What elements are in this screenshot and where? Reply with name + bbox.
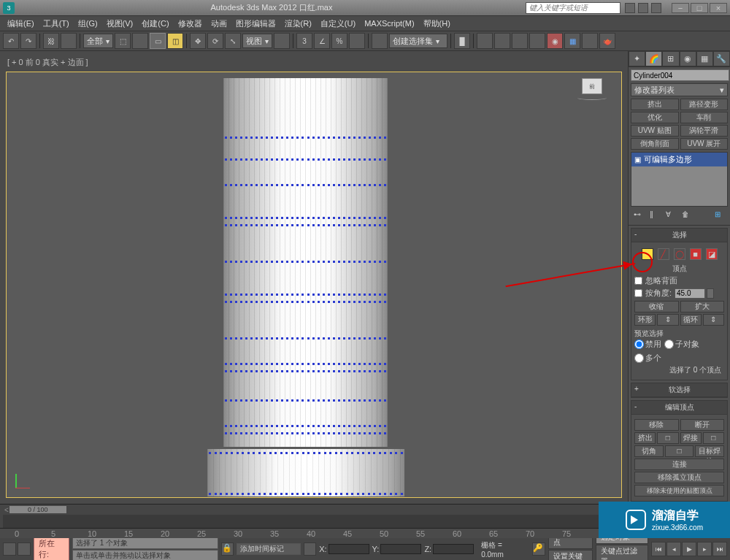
render-frame-icon[interactable] <box>582 33 598 49</box>
key-filter[interactable]: 关键点过滤器 <box>596 545 648 561</box>
add-time-tag[interactable]: 添加时间标记 <box>237 543 300 555</box>
x-input[interactable] <box>328 544 369 554</box>
favorite-icon[interactable] <box>651 3 661 13</box>
extrude-button[interactable]: 挤出 <box>634 432 656 444</box>
menu-tools[interactable]: 工具(T) <box>40 17 72 31</box>
ring-button[interactable]: 环形 <box>634 314 656 326</box>
remove-iso-button[interactable]: 移除孤立顶点 <box>634 472 724 483</box>
spinner-snap-icon[interactable] <box>349 33 365 49</box>
stack-editable-poly[interactable]: ▣ 可编辑多边形 <box>631 153 727 166</box>
loop-button[interactable]: 循环 <box>680 314 702 326</box>
setkey-button[interactable]: 设置关键点 <box>548 550 593 561</box>
schematic-icon[interactable] <box>529 33 545 49</box>
move-icon[interactable]: ✥ <box>190 33 206 49</box>
angle-snap-icon[interactable]: ∠ <box>314 33 330 49</box>
align-icon[interactable] <box>477 33 493 49</box>
close-button[interactable]: × <box>710 3 727 13</box>
preview-sub-radio[interactable] <box>664 340 674 349</box>
mod-optimize[interactable]: 优化 <box>631 112 679 123</box>
weld-button[interactable]: 焊接 <box>680 432 702 444</box>
modify-tab-icon[interactable]: 🌈 <box>645 51 662 66</box>
grow-button[interactable]: 扩大 <box>680 301 725 312</box>
mod-bevelprofile[interactable]: 倒角剖面 <box>631 138 679 150</box>
menu-view[interactable]: 视图(V) <box>104 17 137 31</box>
modifier-list-dropdown[interactable]: 修改器列表▾ <box>631 83 728 96</box>
menu-modifiers[interactable]: 修改器 <box>175 17 205 31</box>
remove-button[interactable]: 移除 <box>634 419 679 431</box>
ref-coord[interactable]: 视图▾ <box>242 34 272 48</box>
loop-spinner[interactable]: ⇕ <box>703 314 724 326</box>
display-tab-icon[interactable]: ▦ <box>696 51 713 66</box>
subobj-polygon-icon[interactable]: ■ <box>690 248 702 260</box>
mod-lathe[interactable]: 车削 <box>680 112 729 123</box>
minimize-button[interactable]: − <box>672 3 689 13</box>
subobj-border-icon[interactable]: ◯ <box>674 248 685 260</box>
search-icon[interactable] <box>625 3 635 13</box>
mod-turbosmooth[interactable]: 涡轮平滑 <box>680 125 729 137</box>
shrink-button[interactable]: 收缩 <box>634 301 679 312</box>
preview-multi-radio[interactable] <box>634 353 644 363</box>
render-setup-icon[interactable]: ▦ <box>564 33 580 49</box>
show-end-icon[interactable]: ‖ <box>650 210 660 220</box>
abs-rel-icon[interactable] <box>304 542 316 556</box>
next-frame-icon[interactable]: ▸ <box>697 542 712 556</box>
mod-extrude[interactable]: 挤出 <box>631 99 679 110</box>
play-icon[interactable]: ▶ <box>682 542 696 556</box>
selection-filter[interactable]: 全部▾ <box>83 34 113 48</box>
subobj-edge-icon[interactable]: ╱ <box>658 248 669 260</box>
connect-button[interactable]: 连接 <box>634 459 724 470</box>
menu-edit[interactable]: 编辑(E) <box>4 17 37 31</box>
undo-icon[interactable]: ↶ <box>3 33 19 49</box>
viewport-label[interactable]: [ + 0 前 0 真实 + 边面 ] <box>7 57 88 68</box>
angle-spinner[interactable] <box>707 288 714 299</box>
object-name-input[interactable] <box>631 69 729 81</box>
z-input[interactable] <box>433 544 474 554</box>
configure-icon[interactable]: ⊞ <box>715 210 725 220</box>
targetweld-button[interactable]: 目标焊接 <box>695 445 724 457</box>
rollout-select-header[interactable]: 选择 <box>631 229 727 242</box>
rollout-editvert-header[interactable]: 编辑顶点 <box>631 401 727 415</box>
maxscript-icon[interactable] <box>3 542 16 556</box>
link-icon[interactable]: ⛓ <box>43 33 59 49</box>
lock-icon[interactable] <box>18 542 31 556</box>
remove-unused-button[interactable]: 移除未使用的贴图顶点 <box>634 485 724 496</box>
hierarchy-tab-icon[interactable]: ⊞ <box>662 51 679 66</box>
prev-frame-icon[interactable]: ◂ <box>666 542 681 556</box>
menu-animation[interactable]: 动画 <box>208 17 230 31</box>
by-angle-check[interactable] <box>634 289 642 297</box>
select-icon[interactable]: ⬚ <box>115 33 131 49</box>
goto-start-icon[interactable]: ⏮ <box>651 542 666 556</box>
pivot-icon[interactable] <box>274 33 290 49</box>
help-search-input[interactable] <box>526 2 620 14</box>
chamfer-opts[interactable]: □ <box>665 445 694 457</box>
ignore-backfacing-check[interactable] <box>634 277 642 285</box>
utilities-tab-icon[interactable]: 🔧 <box>713 51 730 66</box>
menu-group[interactable]: 组(G) <box>75 17 101 31</box>
y-input[interactable] <box>380 544 421 554</box>
lock-selection-icon[interactable]: 🔒 <box>221 542 234 556</box>
unique-icon[interactable]: ∀ <box>666 210 676 220</box>
create-tab-icon[interactable]: ✦ <box>629 51 645 66</box>
menu-graph[interactable]: 图形编辑器 <box>233 17 279 31</box>
mod-uvwmap[interactable]: UVW 贴图 <box>631 125 679 137</box>
mirror-icon[interactable]: ▐▌ <box>454 33 470 49</box>
chamfer-button[interactable]: 切角 <box>634 445 664 457</box>
subobj-vertex-icon[interactable]: ∴ <box>642 248 653 260</box>
layers-icon[interactable] <box>494 33 510 49</box>
menu-create[interactable]: 创建(C) <box>139 17 172 31</box>
redo-icon[interactable]: ↷ <box>20 33 36 49</box>
modifier-stack[interactable]: ▣ 可编辑多边形 <box>631 152 728 207</box>
pin-stack-icon[interactable]: ⊷ <box>634 210 644 220</box>
break-button[interactable]: 断开 <box>680 419 725 431</box>
rollout-softsel-header[interactable]: 软选择 <box>631 383 727 397</box>
render-icon[interactable]: 🫖 <box>599 33 615 49</box>
rotate-icon[interactable]: ⟳ <box>207 33 223 49</box>
curve-editor-icon[interactable] <box>512 33 528 49</box>
edit-named-sel-icon[interactable] <box>372 33 388 49</box>
window-crossing-icon[interactable]: ◫ <box>167 33 183 49</box>
ring-spinner[interactable]: ⇕ <box>657 314 678 326</box>
maximize-button[interactable]: □ <box>691 3 708 13</box>
menu-maxscript[interactable]: MAXScript(M) <box>361 18 417 29</box>
rect-select-icon[interactable]: ▭ <box>150 33 166 49</box>
remove-mod-icon[interactable]: 🗑 <box>682 210 692 220</box>
